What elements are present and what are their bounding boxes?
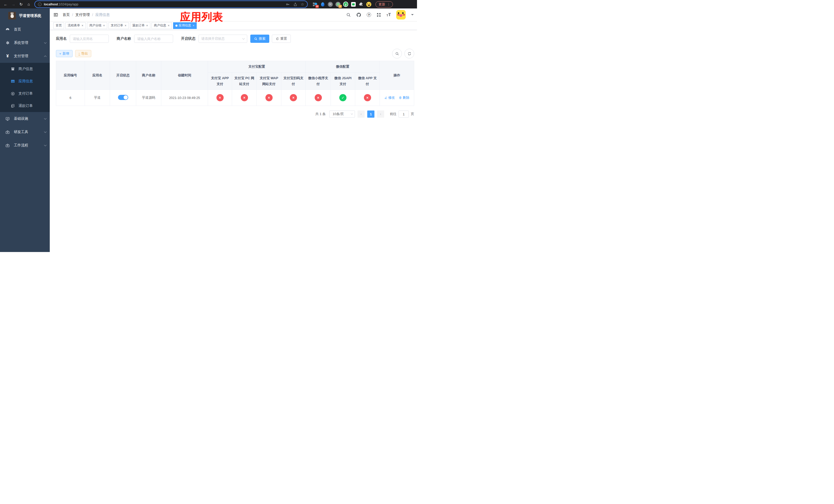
edit-button[interactable]: 修改 [385, 95, 395, 100]
browser-toolbar: ← → ↻ ⌂ i localhost:1024/pay/app ☆ 10 ⌘ … [0, 0, 417, 8]
tab-refund-orders[interactable]: 退款订单× [130, 22, 150, 29]
sidebar-item-infrastructure[interactable]: 基础设施 [0, 112, 50, 125]
close-icon[interactable]: × [193, 24, 194, 27]
goto-page-input[interactable] [398, 111, 409, 118]
tab-pay-orders[interactable]: 支付订单× [109, 22, 129, 29]
sidebar-item-workflow[interactable]: 工作流程 [0, 139, 50, 152]
extensions-puzzle-icon[interactable] [358, 2, 364, 7]
browser-update-button[interactable]: 更新 ⋮ [375, 1, 393, 7]
delete-button[interactable]: 删除 [399, 95, 409, 100]
sidepanel-extension-icon[interactable]: 10 [312, 2, 317, 7]
tab-user-group[interactable]: 用户分组× [87, 22, 107, 29]
share-icon[interactable] [293, 2, 297, 6]
monitor-icon [5, 117, 10, 121]
sidebar-item-refund-orders[interactable]: 退款订单 [0, 100, 50, 112]
col-wechat-jsapi: 微信 JSAPI 支付 [331, 72, 355, 90]
sidebar-item-home[interactable]: 首页 [0, 23, 50, 36]
table-toolbar: + 新增 ↓ 导出 [56, 49, 414, 59]
page-annotation-title: 应用列表 [180, 10, 223, 24]
sidebar-item-system[interactable]: 系统管理 [0, 36, 50, 49]
status-switch[interactable] [118, 95, 128, 100]
grid-icon [11, 79, 15, 83]
sidebar-item-app-info[interactable]: 应用信息 [0, 75, 50, 87]
sidebar-item-payment[interactable]: ¥ 支付管理 [0, 49, 50, 63]
app-name-input[interactable] [70, 35, 109, 43]
cell-app-name: 芋道 [85, 90, 110, 106]
password-key-icon[interactable] [286, 2, 290, 6]
merchant-name-input[interactable] [134, 35, 173, 43]
url-text[interactable]: localhost:1024/pay/app [44, 3, 282, 6]
breadcrumb-current: 应用信息 [95, 13, 110, 17]
app-name-label: 应用名 [56, 37, 67, 41]
col-status: 开启状态 [110, 61, 136, 90]
top-navbar: 首页 / 支付管理 / 应用信息 ? TT [50, 8, 417, 21]
tab-merchant-info[interactable]: 商户信息× [152, 22, 172, 29]
avatar-caret-icon[interactable] [411, 14, 414, 17]
address-bar[interactable]: i localhost:1024/pay/app ☆ [35, 1, 307, 7]
sidebar-item-dev-tools[interactable]: 研发工具 [0, 125, 50, 139]
col-created: 创建时间 [161, 61, 208, 90]
close-icon[interactable]: × [82, 24, 83, 27]
cell-app-id: 6 [56, 90, 85, 106]
close-icon[interactable]: × [125, 24, 127, 27]
browser-forward-icon[interactable]: → [10, 1, 16, 7]
page-number-1[interactable]: 1 [367, 111, 374, 118]
reset-button[interactable]: 重置 [272, 35, 291, 43]
add-button[interactable]: + 新增 [56, 50, 72, 57]
browser-reload-icon[interactable]: ↻ [18, 1, 24, 7]
close-icon[interactable]: × [146, 24, 148, 27]
help-icon[interactable]: ? [367, 13, 371, 17]
app-table: 应用编号 应用名 开启状态 商户名称 创建时间 支付宝配置 微信配置 操作 支付… [56, 61, 414, 106]
page-size-select[interactable]: 10条/页 [329, 111, 355, 118]
sidebar: 芋道管理系统 首页 系统管理 ¥ 支付管理 [0, 8, 50, 252]
breadcrumb-section[interactable]: 支付管理 [75, 13, 90, 17]
pay-order-icon [11, 92, 15, 96]
app-logo[interactable]: 芋道管理系统 [0, 8, 50, 23]
chat-extension-icon[interactable] [351, 2, 356, 7]
user-avatar[interactable] [396, 10, 406, 20]
site-info-icon[interactable]: i [38, 3, 42, 6]
goto-prefix-label: 前往 [390, 112, 396, 116]
toggle-search-button[interactable] [392, 49, 402, 59]
search-button[interactable]: 搜索 [250, 35, 269, 43]
browser-back-icon[interactable]: ← [3, 1, 9, 7]
store-icon [11, 67, 15, 71]
status-label: 开启状态 [181, 37, 195, 41]
header-search-icon[interactable] [346, 13, 351, 17]
sidebar-item-pay-orders[interactable]: 支付订单 [0, 87, 50, 100]
breadcrumb-home[interactable]: 首页 [63, 13, 70, 17]
browser-menu-icon[interactable]: ⋮ [387, 2, 390, 6]
fullscreen-icon[interactable] [376, 13, 381, 17]
toolbox-icon [5, 130, 10, 134]
prev-page-button[interactable]: ‹ [357, 111, 365, 118]
sidebar-item-merchant-info[interactable]: 商户信息 [0, 63, 50, 75]
close-icon[interactable]: × [103, 24, 105, 27]
command-extension-icon[interactable]: ⌘ [328, 2, 333, 7]
next-page-button[interactable]: › [377, 111, 384, 118]
col-merchant: 商户名称 [136, 61, 161, 90]
tab-process-form[interactable]: 流程表单× [65, 22, 86, 29]
refresh-button[interactable] [404, 49, 414, 59]
close-icon[interactable]: × [168, 24, 170, 27]
hamburger-icon[interactable] [53, 12, 59, 18]
tab-home[interactable]: 首页 [53, 22, 64, 29]
emoji-extension-icon[interactable] [366, 2, 371, 7]
merchant-name-label: 商户名称 [117, 37, 131, 41]
y-extension-icon[interactable]: y [343, 2, 348, 7]
alipay-pc-status-icon: × [241, 94, 248, 101]
col-alipay-qr: 支付宝扫码支付 [281, 72, 306, 90]
recorder-extension-icon[interactable]: 1 [335, 2, 341, 7]
browser-home-icon[interactable]: ⌂ [26, 1, 32, 7]
col-actions: 操作 [380, 61, 414, 90]
github-icon[interactable] [356, 12, 361, 18]
kite-extension-icon[interactable] [320, 2, 325, 7]
status-select[interactable]: 请选择开启状态 [198, 35, 247, 43]
bookmark-star-icon[interactable]: ☆ [301, 2, 304, 7]
chevron-down-icon [44, 117, 47, 119]
col-alipay-pc: 支付宝 PC 网站支付 [232, 72, 257, 90]
cell-created: 2021-10-23 08:49:25 [161, 90, 208, 106]
export-button[interactable]: ↓ 导出 [75, 50, 91, 57]
col-alipay-app: 支付宝 APP 支付 [208, 72, 232, 90]
font-size-icon[interactable]: TT [387, 13, 391, 17]
pagination: 共 1 条 10条/页 ‹ 1 › 前往 页 [56, 111, 414, 118]
